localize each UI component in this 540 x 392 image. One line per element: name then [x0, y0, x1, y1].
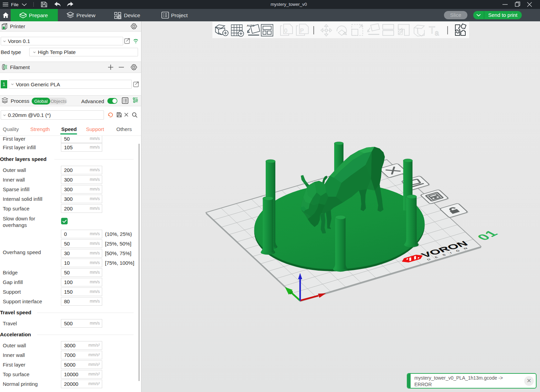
svg-text:Prepare: Prepare	[29, 12, 48, 18]
svg-text:a: a	[435, 29, 439, 37]
svg-text:P: P	[300, 28, 304, 34]
svg-text:Printer: Printer	[10, 23, 25, 29]
svg-text:01: 01	[474, 228, 501, 242]
svg-text:Device: Device	[124, 12, 140, 18]
svg-text:Preview: Preview	[76, 12, 96, 18]
svg-text:Objects: Objects	[51, 99, 66, 104]
svg-text:AUTO: AUTO	[247, 24, 255, 27]
svg-text:File: File	[11, 2, 19, 7]
svg-text:mystery_tower_v0: mystery_tower_v0	[271, 2, 307, 7]
svg-text:Advanced: Advanced	[81, 98, 104, 104]
svg-text:T: T	[429, 24, 435, 35]
svg-text:Send to print: Send to print	[488, 12, 518, 18]
svg-text:Slice: Slice	[450, 12, 462, 18]
svg-text:0: 0	[284, 28, 287, 34]
svg-text:Project: Project	[171, 12, 188, 18]
svg-text:Filament: Filament	[10, 64, 30, 70]
svg-text:Process: Process	[11, 98, 29, 104]
svg-text:Global: Global	[34, 99, 47, 104]
